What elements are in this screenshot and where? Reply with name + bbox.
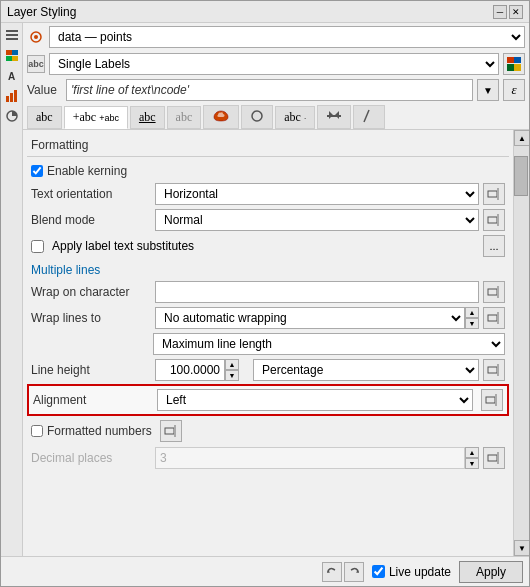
scroll-thumb[interactable] [514, 156, 528, 196]
close-button[interactable]: ✕ [509, 5, 523, 19]
wrap-on-char-action-btn[interactable] [483, 281, 505, 303]
wrap-lines-to-select[interactable]: No automatic wrapping [155, 307, 465, 329]
label-type-row: abc Single Labels [23, 51, 529, 77]
label-abc-small-icon: abc [27, 55, 45, 73]
tab-background[interactable] [203, 105, 239, 129]
paint-icon[interactable] [3, 47, 21, 65]
tab-format[interactable]: +abc +abc [64, 106, 128, 129]
formatted-numbers-action-btn[interactable] [160, 420, 182, 442]
blend-mode-select[interactable]: Normal [155, 209, 479, 231]
line-height-input[interactable] [155, 359, 225, 381]
svg-rect-13 [507, 57, 514, 63]
line-height-spin-up[interactable]: ▲ [225, 359, 239, 370]
layer-styling-window: Layer Styling ─ ✕ A [0, 0, 530, 587]
scroll-wrap: Formatting Enable kerning Text orientati… [23, 130, 529, 556]
formatted-numbers-label: Formatted numbers [47, 424, 152, 438]
svg-rect-16 [514, 64, 521, 71]
line-height-spinner-btns: ▲ ▼ [225, 359, 239, 381]
label-substitutes-checkbox[interactable] [31, 240, 44, 253]
svg-rect-15 [507, 64, 514, 71]
decimal-places-label: Decimal places [31, 451, 151, 465]
alignment-select[interactable]: Left [157, 389, 473, 411]
apply-button[interactable]: Apply [459, 561, 523, 583]
svg-rect-7 [6, 96, 9, 102]
wrap-spin-up[interactable]: ▲ [465, 307, 479, 318]
label-type-select[interactable]: Single Labels [49, 53, 499, 75]
label-substitutes-label: Apply label text substitutes [52, 239, 479, 253]
label-abc-icon[interactable]: A [3, 67, 21, 85]
layer-type-icon [27, 28, 45, 46]
left-toolbar: A [1, 23, 23, 556]
paint-button[interactable] [503, 53, 525, 75]
label-substitutes-btn[interactable]: ... [483, 235, 505, 257]
alignment-form-row: Alignment Left [33, 388, 503, 412]
svg-marker-19 [329, 111, 333, 119]
diagram-icon[interactable] [3, 87, 21, 105]
line-height-unit-select[interactable]: Percentage [253, 359, 479, 381]
wrap-lines-to-row: Wrap lines to No automatic wrapping ▲ ▼ [23, 305, 513, 331]
line-height-spin-down[interactable]: ▼ [225, 370, 239, 381]
alignment-action-btn[interactable] [481, 389, 503, 411]
layer-select[interactable]: data — points [49, 26, 525, 48]
svg-rect-32 [486, 397, 495, 403]
text-orientation-select[interactable]: Horizontal [155, 183, 479, 205]
line-height-spinner: ▲ ▼ [155, 359, 245, 381]
tab-callout[interactable] [241, 105, 273, 129]
window-title: Layer Styling [7, 5, 76, 19]
max-line-length-row: Maximum line length [23, 331, 513, 357]
enable-kerning-row: Enable kerning [23, 161, 513, 181]
svg-rect-36 [488, 455, 497, 461]
enable-kerning-checkbox[interactable] [31, 165, 43, 177]
tab-bar: abc +abc +abc abc abc [23, 103, 529, 130]
wrap-spin-down[interactable]: ▼ [465, 318, 479, 329]
svg-rect-5 [6, 56, 12, 61]
epsilon-button[interactable]: ε [503, 79, 525, 101]
tab-rendering[interactable] [317, 105, 351, 129]
undo-button[interactable] [322, 562, 342, 582]
layers-icon[interactable] [3, 27, 21, 45]
main-content: A [1, 23, 529, 556]
svg-rect-34 [165, 428, 174, 434]
formatted-numbers-checkbox[interactable] [31, 425, 43, 437]
svg-point-12 [34, 35, 38, 39]
formatted-numbers-row: Formatted numbers [23, 417, 513, 445]
svg-rect-8 [10, 93, 13, 102]
wrap-lines-action-btn[interactable] [483, 307, 505, 329]
minimize-button[interactable]: ─ [493, 5, 507, 19]
text-orientation-action-btn[interactable] [483, 183, 505, 205]
tab-hist[interactable] [353, 105, 385, 129]
wrap-spinner-btns: ▲ ▼ [465, 307, 479, 329]
wrap-on-char-input[interactable] [155, 281, 479, 303]
tab-shadow[interactable]: abc [167, 106, 202, 129]
decimal-spin-down[interactable]: ▼ [465, 458, 479, 469]
svg-line-21 [364, 110, 369, 122]
mask-icon[interactable] [3, 107, 21, 125]
max-line-length-select[interactable]: Maximum line length [153, 333, 505, 355]
formatting-header: Formatting [23, 134, 513, 156]
live-update-label: Live update [389, 565, 451, 579]
line-height-action-btn[interactable] [483, 359, 505, 381]
svg-rect-14 [514, 57, 521, 63]
tab-placement[interactable]: abc · [275, 106, 315, 129]
redo-button[interactable] [344, 562, 364, 582]
decimal-places-input[interactable] [155, 447, 465, 469]
text-orientation-label: Text orientation [31, 187, 151, 201]
svg-rect-22 [488, 191, 497, 197]
live-update-checkbox[interactable] [372, 565, 385, 578]
value-dropdown-btn[interactable]: ▼ [477, 79, 499, 101]
svg-rect-2 [6, 38, 18, 40]
bottom-bar: Live update Apply [1, 556, 529, 586]
decimal-action-btn[interactable] [483, 447, 505, 469]
tab-text[interactable]: abc [27, 106, 62, 129]
decimal-spin-up[interactable]: ▲ [465, 447, 479, 458]
value-label: Value [27, 83, 62, 97]
title-bar: Layer Styling ─ ✕ [1, 1, 529, 23]
decimal-places-spinner: ▲ ▼ [155, 447, 479, 469]
blend-mode-action-btn[interactable] [483, 209, 505, 231]
scroll-down-btn[interactable]: ▼ [514, 540, 529, 556]
scroll-up-btn[interactable]: ▲ [514, 130, 529, 146]
svg-rect-24 [488, 217, 497, 223]
tab-buffer[interactable]: abc [130, 106, 165, 129]
divider-1 [27, 156, 509, 157]
value-input[interactable] [66, 79, 473, 101]
